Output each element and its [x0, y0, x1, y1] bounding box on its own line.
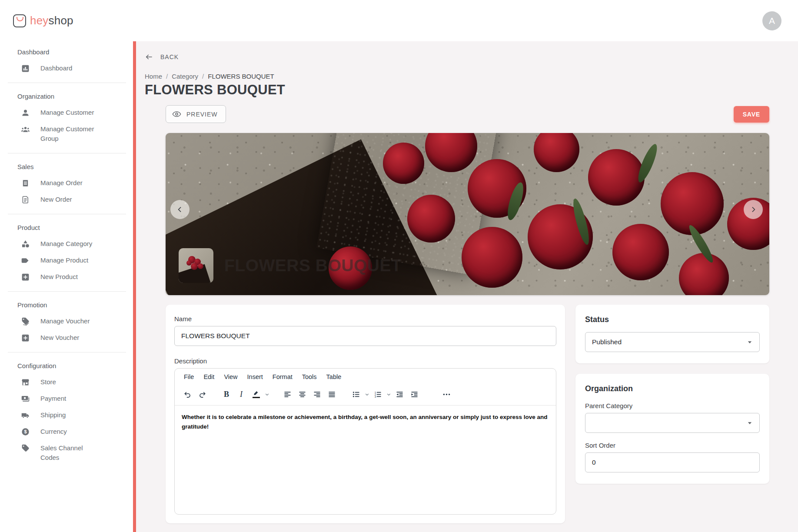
sidebar-section-organization: Organization: [0, 89, 133, 104]
menu-file[interactable]: File: [180, 372, 198, 382]
dropdown-caret-icon: [745, 338, 754, 346]
sidebar-item-label: New Voucher: [40, 333, 79, 342]
rose-shape: [191, 263, 198, 270]
carousel-prev-button[interactable]: [170, 200, 190, 219]
heyshop-logo[interactable]: heyshop: [13, 14, 73, 27]
numbered-list-dropdown[interactable]: [385, 387, 392, 402]
sidebar-section-configuration: Configuration: [0, 359, 133, 374]
align-left-button[interactable]: [280, 387, 295, 402]
user-avatar[interactable]: A: [762, 11, 781, 30]
breadcrumb-category[interactable]: Category: [172, 73, 198, 80]
sidebar-divider: [8, 352, 126, 352]
chevron-left-icon: [176, 205, 184, 214]
sidebar-item-new-product[interactable]: New Product: [0, 269, 133, 285]
undo-icon: [183, 390, 192, 399]
bold-button[interactable]: B: [219, 387, 234, 402]
bullet-list-dropdown[interactable]: [363, 387, 370, 402]
organization-panel-title: Organization: [585, 384, 760, 393]
sidebar-item-sales-channel-codes[interactable]: Sales Channel Codes: [0, 440, 133, 466]
outdent-button[interactable]: [392, 387, 407, 402]
sort-order-input[interactable]: [585, 452, 760, 472]
breadcrumb-home[interactable]: Home: [145, 73, 162, 80]
align-justify-button[interactable]: [324, 387, 339, 402]
menu-insert[interactable]: Insert: [243, 372, 267, 382]
status-select-value: Published: [592, 338, 622, 346]
back-button[interactable]: BACK: [145, 53, 193, 61]
rose-shape: [383, 143, 424, 184]
menu-format[interactable]: Format: [269, 372, 296, 382]
chevron-down-icon: [386, 392, 391, 397]
logo-text: heyshop: [30, 14, 73, 27]
sidebar-item-label: Sales Channel Codes: [40, 443, 103, 462]
main-content: BACK Home / Category / FLOWERS BOUQUET F…: [133, 41, 798, 532]
undo-button[interactable]: [180, 387, 195, 402]
dashboard-icon: [21, 64, 30, 73]
bullet-list-button[interactable]: [349, 387, 363, 402]
app-root: heyshop A Dashboard Dashboard Organizati…: [0, 0, 798, 532]
sidebar-item-payment[interactable]: Payment: [0, 390, 133, 407]
svg-text:3: 3: [374, 395, 376, 398]
editor-menubar: File Edit View Insert Format Tools Table: [175, 369, 556, 384]
status-select[interactable]: Published: [585, 332, 760, 352]
rose-shape: [407, 195, 455, 243]
sidebar-item-label: Shipping: [40, 410, 66, 420]
parent-category-select[interactable]: [585, 413, 760, 433]
more-toolbar-button[interactable]: [439, 387, 454, 402]
name-input[interactable]: [174, 326, 556, 346]
sidebar-section-promotion: Promotion: [0, 298, 133, 313]
sidebar-item-manage-customer[interactable]: Manage Customer: [0, 104, 133, 121]
breadcrumb: Home / Category / FLOWERS BOUQUET: [145, 73, 769, 80]
category-form-card: Name Description File Edit View Insert F…: [166, 305, 565, 523]
align-center-button[interactable]: [295, 387, 309, 402]
sidebar-item-manage-category[interactable]: Manage Category: [0, 236, 133, 252]
back-label: BACK: [160, 53, 179, 60]
editor-toolbar: B I: [175, 384, 556, 406]
rose-shape: [612, 224, 669, 280]
align-right-button[interactable]: [309, 387, 324, 402]
redo-button[interactable]: [195, 387, 209, 402]
sidebar-item-manage-order[interactable]: Manage Order: [0, 175, 133, 191]
sidebar-item-store[interactable]: Store: [0, 374, 133, 390]
currency-icon: $: [21, 427, 30, 436]
align-right-icon: [313, 390, 322, 399]
banner-overlay-title: FLOWERS BOUQUET: [224, 256, 402, 275]
group-icon: [21, 125, 30, 134]
menu-edit[interactable]: Edit: [200, 372, 218, 382]
align-left-icon: [283, 390, 292, 399]
rose-shape: [198, 263, 203, 269]
breadcrumb-current: FLOWERS BOUQUET: [208, 73, 274, 80]
save-button[interactable]: SAVE: [734, 106, 769, 123]
sidebar-item-new-voucher[interactable]: New Voucher: [0, 329, 133, 346]
menu-table[interactable]: Table: [323, 372, 346, 382]
sidebar-item-new-order[interactable]: New Order: [0, 191, 133, 208]
voucher-tag-icon: [21, 317, 30, 326]
page-title: FLOWERS BOUQUET: [145, 82, 769, 98]
sidebar-item-manage-customer-group[interactable]: Manage Customer Group: [0, 121, 133, 147]
category-icon: [21, 239, 30, 249]
logo-hey: hey: [30, 14, 49, 27]
sidebar-item-manage-voucher[interactable]: Manage Voucher: [0, 313, 133, 329]
sidebar-item-dashboard[interactable]: Dashboard: [0, 60, 133, 76]
rose-shape: [186, 260, 192, 266]
sidebar-item-currency[interactable]: $ Currency: [0, 423, 133, 440]
text-color-dropdown[interactable]: [263, 387, 270, 402]
parent-category-label: Parent Category: [585, 402, 760, 409]
sidebar-item-label: Manage Customer: [40, 108, 94, 117]
menu-tools[interactable]: Tools: [298, 372, 321, 382]
chevron-right-icon: [749, 205, 758, 214]
carousel-next-button[interactable]: [744, 200, 763, 219]
sidebar-item-manage-product[interactable]: Manage Product: [0, 252, 133, 269]
text-color-button[interactable]: [249, 387, 263, 402]
indent-button[interactable]: [407, 387, 422, 402]
arrow-left-icon: [145, 53, 153, 61]
label-icon: [21, 256, 30, 265]
sidebar-item-label: Manage Order: [40, 178, 83, 188]
preview-button[interactable]: PREVIEW: [166, 105, 226, 123]
italic-button[interactable]: I: [234, 387, 249, 402]
description-editor-content[interactable]: Whether it is to celebrate a milestone o…: [175, 406, 556, 514]
numbered-list-button[interactable]: 123: [370, 387, 385, 402]
redo-icon: [198, 390, 207, 399]
payments-icon: [21, 394, 30, 403]
menu-view[interactable]: View: [220, 372, 241, 382]
sidebar-item-shipping[interactable]: Shipping: [0, 407, 133, 423]
